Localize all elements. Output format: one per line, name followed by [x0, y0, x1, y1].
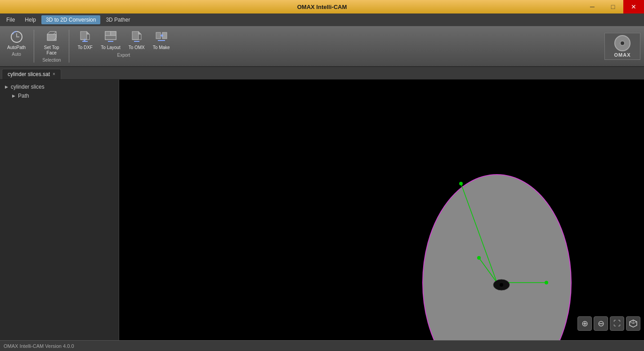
to-omx-button[interactable]: To OMX — [125, 28, 148, 52]
tab-cylinder-slices[interactable]: cylinder slices.sat × — [2, 69, 61, 79]
close-button[interactable]: ✕ — [623, 0, 644, 14]
svg-point-19 — [477, 256, 481, 260]
window-controls: ─ □ ✕ — [582, 0, 644, 14]
3d-view-button[interactable] — [626, 316, 640, 331]
selection-buttons: Set TopFace Selection — [39, 28, 64, 64]
tree-label-cylinder: cylinder slices — [11, 84, 45, 90]
to-dxf-button[interactable]: To DXF — [74, 28, 96, 52]
menu-file[interactable]: File — [2, 15, 19, 24]
zoom-out-button[interactable]: ⊖ — [594, 316, 608, 331]
fit-view-button[interactable]: ⛶ — [610, 316, 624, 331]
svg-rect-9 — [132, 32, 139, 40]
omax-logo: OMAX — [604, 33, 640, 60]
svg-rect-6 — [105, 32, 111, 36]
tree-arrow-cylinder: ▶ — [4, 84, 9, 90]
svg-rect-8 — [105, 36, 116, 40]
tabbar: cylinder slices.sat × — [0, 67, 644, 80]
logo-text: OMAX — [614, 52, 631, 58]
to-layout-button[interactable]: To Layout — [97, 28, 124, 52]
autopath-button[interactable]: AutoPath Auto — [4, 28, 29, 58]
tree-arrow-path: ▶ — [11, 93, 16, 99]
zoom-in-button[interactable]: ⊕ — [577, 316, 592, 331]
tab-label: cylinder slices.sat — [8, 71, 50, 77]
autopath-icon — [9, 30, 24, 44]
svg-line-24 — [633, 322, 637, 324]
canvas-svg — [119, 80, 644, 346]
toolbar-selection-section: Set TopFace Selection — [39, 28, 64, 64]
set-top-face-button[interactable]: Set TopFace Selection — [39, 28, 64, 64]
tree-item-cylinder-slices[interactable]: ▶ cylinder slices — [2, 82, 117, 91]
status-text: OMAX Intelli-CAM Version 4.0.0 — [4, 343, 74, 349]
svg-point-17 — [545, 281, 548, 284]
export-buttons: To DXF To Layout — [74, 28, 173, 52]
svg-line-25 — [630, 322, 633, 324]
view-controls: ⊕ ⊖ ⛶ — [577, 316, 640, 331]
svg-rect-7 — [111, 32, 116, 36]
menu-help[interactable]: Help — [20, 15, 40, 24]
auto-buttons: AutoPath Auto — [4, 28, 29, 58]
svg-rect-10 — [156, 32, 161, 39]
titlebar: OMAX Intelli-CAM ─ □ ✕ — [0, 0, 644, 14]
svg-line-3 — [54, 32, 56, 34]
menubar: File Help 3D to 2D Conversion 3D Pather — [0, 14, 644, 26]
tree-label-path: Path — [18, 93, 29, 99]
menu-3d-pather[interactable]: 3D Pather — [101, 15, 134, 24]
svg-rect-1 — [47, 34, 56, 40]
main-area: ▶ cylinder slices ▶ Path — [0, 80, 644, 346]
menu-3d-to-2d[interactable]: 3D to 2D Conversion — [41, 15, 100, 24]
statusbar: OMAX Intelli-CAM Version 4.0.0 — [0, 340, 644, 351]
svg-point-21 — [500, 283, 503, 287]
toolbar: AutoPath Auto Set TopFace Selection — [0, 26, 644, 67]
to-layout-icon — [103, 30, 118, 44]
to-dxf-icon — [78, 30, 92, 44]
to-make-button[interactable]: To Make — [149, 28, 174, 52]
svg-line-2 — [47, 32, 50, 34]
to-omx-icon — [130, 30, 144, 44]
toolbar-divider-1 — [34, 30, 34, 63]
toolbar-auto-section: AutoPath Auto — [4, 28, 29, 64]
maximize-button[interactable]: □ — [603, 0, 623, 14]
minimize-button[interactable]: ─ — [582, 0, 603, 14]
app-title: OMAX Intelli-CAM — [297, 4, 347, 10]
logo-inner — [620, 40, 625, 46]
svg-rect-4 — [80, 32, 87, 40]
to-make-icon — [154, 30, 169, 44]
toolbar-divider-2 — [69, 30, 69, 63]
tree-item-path[interactable]: ▶ Path — [2, 91, 117, 100]
sidebar: ▶ cylinder slices ▶ Path — [0, 80, 119, 346]
set-top-face-icon — [45, 30, 59, 44]
viewport[interactable]: ⊕ ⊖ ⛶ — [119, 80, 644, 346]
svg-point-15 — [459, 182, 463, 185]
logo-circle — [614, 35, 631, 51]
toolbar-export-section: To DXF To Layout — [74, 28, 173, 64]
tab-close-button[interactable]: × — [53, 72, 55, 76]
